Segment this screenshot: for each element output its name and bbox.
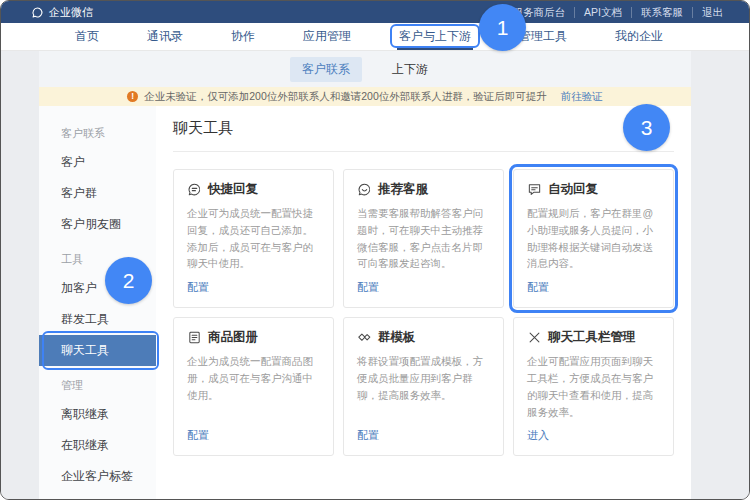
sidebar-item-0-1[interactable]: 客户群 (39, 178, 156, 209)
main-content: 聊天工具 快捷回复企业可为成员统一配置快捷回复，成员还可自己添加。添加后，成员可… (156, 106, 691, 499)
sidebar-item-1-1[interactable]: 群发工具 (39, 304, 156, 335)
wechat-work-bubble-icon (31, 6, 44, 19)
card-description: 企业可配置应用页面到聊天工具栏，方便成员在与客户的聊天中查看和使用，提高服务效率… (527, 353, 660, 420)
sidebar-item-2-3[interactable]: 安全管控 (39, 492, 156, 500)
sidebar-item-0-0[interactable]: 客户 (39, 147, 156, 178)
nav-item-label: 通讯录 (147, 28, 183, 45)
nav-item-label: 应用管理 (303, 28, 351, 45)
nav-item-label: 协作 (231, 28, 255, 45)
topbar-link-4[interactable]: 退出 (693, 7, 723, 18)
brand-name: 企业微信 (49, 5, 93, 20)
card-header: 推荐客服 (357, 181, 490, 198)
card-header: 商品图册 (187, 329, 320, 346)
recommend-service-icon (357, 182, 372, 197)
sidebar-item-label: 客户朋友圈 (61, 217, 121, 231)
sidebar-item-label: 客户群 (61, 186, 97, 200)
chat-toolbar-icon (527, 330, 542, 345)
feature-card-1: 快捷回复企业可为成员统一配置快捷回复，成员还可自己添加。添加后，成员可在与客户的… (173, 169, 334, 308)
nav-item-7[interactable]: 我的企业 (615, 23, 663, 50)
nav-item-3[interactable]: 协作 (231, 23, 255, 50)
sidebar-item-2-1[interactable]: 在职继承 (39, 430, 156, 461)
tab-1[interactable]: 客户联系 (290, 57, 362, 82)
sidebar-item-1-2[interactable]: 聊天工具 (39, 335, 156, 366)
main-navigation: 首页通讯录协作应用管理客户与上下游管理工具我的企业 (1, 23, 749, 51)
app-window: 企业微信 服务商后台API文档联系客服退出 首页通讯录协作应用管理客户与上下游管… (0, 0, 750, 500)
group-template-icon (357, 330, 372, 345)
feature-card-6: 聊天工具栏管理企业可配置应用页面到聊天工具栏，方便成员在与客户的聊天中查看和使用… (513, 317, 674, 456)
body-row: 客户联系客户客户群客户朋友圈工具加客户群发工具聊天工具管理离职继承在职继承企业客… (39, 106, 691, 499)
card-description: 企业可为成员统一配置快捷回复，成员还可自己添加。添加后，成员可在与客户的聊天中使… (187, 205, 320, 272)
top-bar: 企业微信 服务商后台API文档联系客服退出 (1, 1, 749, 23)
sidebar-section-header: 客户联系 (39, 114, 156, 147)
nav-item-6[interactable]: 管理工具 (519, 23, 567, 50)
nav-item-label: 管理工具 (519, 28, 567, 45)
sub-tab-bar: 客户联系上下游 (39, 51, 691, 87)
sidebar-item-label: 聊天工具 (61, 343, 109, 357)
nav-item-5[interactable]: 客户与上下游 (399, 23, 471, 50)
card-description: 配置规则后，客户在群里@小助理或服务人员提问，小助理将根据关键词自动发送消息内容… (527, 205, 660, 272)
nav-item-label: 客户与上下游 (399, 28, 471, 45)
feature-card-4: 商品图册企业为成员统一配置商品图册，成员可在与客户沟通中使用。配置 (173, 317, 334, 456)
sidebar-section-header: 管理 (39, 366, 156, 399)
card-title: 推荐客服 (378, 181, 428, 198)
card-header: 自动回复 (527, 181, 660, 198)
alert-icon: ! (127, 91, 138, 102)
sidebar-item-2-0[interactable]: 离职继承 (39, 399, 156, 430)
verification-warning-bar: ! 企业未验证，仅可添加200位外部联系人和邀请200位外部联系人进群，验证后即… (39, 87, 691, 106)
card-title: 群模板 (378, 329, 416, 346)
card-title: 聊天工具栏管理 (548, 329, 636, 346)
nav-item-2[interactable]: 通讯录 (147, 23, 183, 50)
card-description: 当需要客服帮助解答客户问题时，可在聊天中主动推荐微信客服，客户点击名片即可向客服… (357, 205, 490, 272)
topbar-link-3[interactable]: 联系客服 (632, 7, 693, 18)
sidebar-item-2-2[interactable]: 企业客户标签 (39, 461, 156, 492)
auto-reply-icon (527, 182, 542, 197)
sidebar-item-label: 加客户 (61, 281, 97, 295)
feature-card-grid: 快捷回复企业可为成员统一配置快捷回复，成员还可自己添加。添加后，成员可在与客户的… (173, 169, 674, 456)
card-action-link[interactable]: 配置 (357, 420, 379, 443)
sidebar-item-label: 群发工具 (61, 312, 109, 326)
card-action-link[interactable]: 配置 (357, 272, 379, 295)
card-title: 商品图册 (208, 329, 258, 346)
go-verify-link[interactable]: 前往验证 (561, 90, 603, 104)
callout-circle-3: 3 (623, 104, 670, 151)
feature-card-5: 群模板将群设置项配置成模板，方便成员批量应用到客户群聊，提高服务效率。配置 (343, 317, 504, 456)
topbar-links: 服务商后台API文档联系客服退出 (504, 7, 723, 18)
sidebar-item-label: 企业客户标签 (61, 469, 133, 483)
title-divider (173, 151, 674, 152)
sidebar-item-label: 客户 (61, 155, 85, 169)
card-action-link[interactable]: 进入 (527, 420, 549, 443)
card-description: 企业为成员统一配置商品图册，成员可在与客户沟通中使用。 (187, 353, 320, 403)
feature-card-3: 自动回复配置规则后，客户在群里@小助理或服务人员提问，小助理将根据关键词自动发送… (513, 169, 674, 308)
product-album-icon (187, 330, 202, 345)
card-header: 群模板 (357, 329, 490, 346)
card-title: 快捷回复 (208, 181, 258, 198)
card-action-link[interactable]: 配置 (527, 272, 549, 295)
card-header: 聊天工具栏管理 (527, 329, 660, 346)
feature-card-2: 推荐客服当需要客服帮助解答客户问题时，可在聊天中主动推荐微信客服，客户点击名片即… (343, 169, 504, 308)
brand-logo: 企业微信 (31, 5, 93, 20)
card-action-link[interactable]: 配置 (187, 272, 209, 295)
nav-item-label: 我的企业 (615, 28, 663, 45)
sidebar-item-label: 在职继承 (61, 438, 109, 452)
card-action-link[interactable]: 配置 (187, 420, 209, 443)
sidebar: 客户联系客户客户群客户朋友圈工具加客户群发工具聊天工具管理离职继承在职继承企业客… (39, 106, 156, 499)
nav-item-1[interactable]: 首页 (75, 23, 99, 50)
quick-reply-icon (187, 182, 202, 197)
nav-item-4[interactable]: 应用管理 (303, 23, 351, 50)
card-description: 将群设置项配置成模板，方便成员批量应用到客户群聊，提高服务效率。 (357, 353, 490, 403)
warning-text: 企业未验证，仅可添加200位外部联系人和邀请200位外部联系人进群，验证后即可提… (144, 90, 547, 104)
card-title: 自动回复 (548, 181, 598, 198)
sidebar-item-0-2[interactable]: 客户朋友圈 (39, 209, 156, 240)
nav-item-label: 首页 (75, 28, 99, 45)
callout-circle-1: 1 (479, 4, 526, 51)
topbar-link-2[interactable]: API文档 (575, 7, 632, 18)
tab-2[interactable]: 上下游 (380, 57, 440, 82)
sidebar-item-label: 离职继承 (61, 407, 109, 421)
page-title: 聊天工具 (173, 119, 674, 138)
callout-circle-2: 2 (105, 257, 152, 304)
card-header: 快捷回复 (187, 181, 320, 198)
